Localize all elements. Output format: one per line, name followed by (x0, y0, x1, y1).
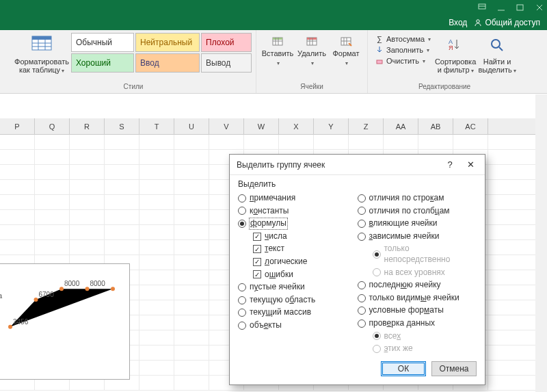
login-link[interactable]: Вход (449, 18, 467, 27)
col-header-R[interactable]: R (70, 118, 105, 134)
svg-text:Я: Я (449, 44, 453, 51)
chk-errors[interactable]: ошибки (238, 270, 358, 280)
col-header-Z[interactable]: Z (349, 118, 384, 134)
insert-button[interactable]: Вставить▾ (261, 33, 295, 68)
opt-coldiff[interactable]: отличия по столбцам (358, 206, 477, 217)
fill-button[interactable]: Заполнить▾ (375, 45, 431, 55)
vertical-scrollbar[interactable] (535, 94, 547, 392)
dialog-close-icon[interactable]: ✕ (460, 157, 481, 172)
style-good[interactable]: Хороший (71, 53, 134, 73)
column-headers[interactable]: PQRSTUVWXYZAAABAC (0, 118, 547, 135)
opt-comments[interactable]: примечания (238, 193, 358, 204)
cell-styles-gallery[interactable]: Обычный Нейтральный Плохой Хороший Ввод … (71, 33, 252, 73)
style-output[interactable]: Вывод (201, 53, 252, 73)
opt-all: всех (358, 331, 477, 342)
opt-rowdiff[interactable]: отличия по строкам (358, 193, 477, 204)
col-header-U[interactable]: U (174, 118, 209, 134)
fill-icon (375, 45, 384, 55)
svg-rect-6 (273, 38, 282, 40)
svg-rect-10 (377, 60, 382, 64)
opt-last[interactable]: последнюю ячейку (358, 280, 477, 291)
sort-icon: AЯ (444, 34, 466, 56)
svg-point-16 (34, 298, 38, 302)
delete-icon (305, 34, 319, 48)
opt-visible[interactable]: только видимые ячейки (358, 293, 477, 304)
svg-text:8000: 8000 (64, 280, 80, 287)
svg-point-20 (85, 287, 90, 291)
window-controls (0, 0, 547, 15)
group-label-cells: Ячейки (300, 83, 323, 92)
opt-region[interactable]: текущую область (238, 295, 358, 306)
chk-text[interactable]: текст (238, 244, 358, 254)
help-button[interactable]: ? (440, 157, 460, 172)
style-input[interactable]: Ввод (135, 53, 200, 73)
autosum-button[interactable]: ∑Автосумма▾ (375, 34, 431, 44)
col-header-X[interactable]: X (279, 118, 314, 134)
format-button[interactable]: Формат▾ (329, 33, 363, 68)
group-label-editing: Редактирование (418, 83, 470, 92)
embedded-chart[interactable]: а 3456670080008000 (0, 263, 130, 380)
ribbon-options-icon[interactable] (477, 3, 487, 12)
opt-condfmt[interactable]: условные форматы (358, 305, 477, 316)
share-label: Общий доступ (485, 18, 540, 27)
svg-text:6700: 6700 (39, 291, 55, 298)
ribbon: Форматироватькак таблицу▾ Обычный Нейтра… (0, 30, 547, 94)
svg-point-14 (8, 325, 12, 329)
opt-formulas[interactable]: формулы (238, 218, 358, 229)
svg-point-22 (111, 287, 115, 291)
insert-icon (271, 34, 284, 48)
fieldset-label: Выделить (230, 175, 485, 189)
col-header-S[interactable]: S (105, 118, 139, 134)
col-header-V[interactable]: V (209, 118, 244, 134)
maximize-icon[interactable] (516, 3, 525, 12)
svg-text:8000: 8000 (90, 280, 106, 287)
col-header-AC[interactable]: AC (453, 118, 488, 134)
minimize-icon[interactable] (496, 3, 506, 12)
opt-direct: только непосредственно (358, 244, 477, 265)
opt-datavalid[interactable]: проверка данных (358, 318, 477, 329)
svg-rect-1 (517, 5, 523, 10)
opt-dependents[interactable]: зависимые ячейки (358, 231, 477, 242)
group-label-styles: Стили (124, 83, 144, 92)
dialog-title: Выделить группу ячеек (237, 160, 440, 170)
opt-objects[interactable]: объекты (238, 320, 358, 331)
col-header-AB[interactable]: AB (418, 118, 453, 134)
share-button[interactable]: Общий доступ (474, 18, 540, 27)
svg-rect-4 (32, 36, 51, 40)
svg-point-13 (492, 40, 500, 48)
opt-alllevels: на всех уровнях (358, 267, 477, 278)
col-header-AA[interactable]: AA (384, 118, 418, 134)
col-header-W[interactable]: W (244, 118, 279, 134)
cancel-button[interactable]: Отмена (431, 361, 477, 376)
svg-point-2 (477, 20, 479, 23)
style-neutral[interactable]: Нейтральный (135, 33, 200, 52)
find-select-button[interactable]: Найти ивыделить▾ (477, 33, 517, 76)
delete-button[interactable]: Удалить▾ (295, 33, 329, 68)
col-header-Y[interactable]: Y (314, 118, 349, 134)
chk-numbers[interactable]: числа (238, 231, 358, 242)
format-as-table-button[interactable]: Форматироватькак таблицу▾ (15, 33, 68, 76)
clear-button[interactable]: Очистить▾ (375, 56, 431, 66)
share-bar: Вход Общий доступ (0, 15, 547, 30)
style-bad[interactable]: Плохой (201, 33, 252, 52)
opt-empty[interactable]: пустые ячейки (238, 282, 358, 293)
sort-filter-button[interactable]: AЯ Сортировкаи фильтр▾ (433, 33, 477, 76)
ok-button[interactable]: ОК (381, 361, 426, 376)
goto-special-dialog: Выделить группу ячеек ? ✕ Выделить приме… (229, 154, 485, 385)
opt-precedents[interactable]: влияющие ячейки (358, 218, 477, 229)
chk-logical[interactable]: логические (238, 257, 358, 267)
svg-text:3456: 3456 (13, 318, 29, 326)
style-normal[interactable]: Обычный (71, 33, 134, 52)
opt-constants[interactable]: константы (238, 206, 358, 217)
table-icon (31, 34, 53, 56)
close-icon[interactable] (535, 3, 544, 12)
format-icon (339, 34, 353, 48)
sigma-icon: ∑ (375, 34, 384, 44)
magnifier-icon (486, 34, 508, 56)
col-header-Q[interactable]: Q (35, 118, 70, 134)
col-header-P[interactable]: P (0, 118, 35, 134)
opt-array[interactable]: текущий массив (238, 307, 358, 318)
col-header-T[interactable]: T (139, 118, 174, 134)
opt-same: этих же (358, 343, 477, 354)
svg-rect-8 (307, 38, 317, 40)
